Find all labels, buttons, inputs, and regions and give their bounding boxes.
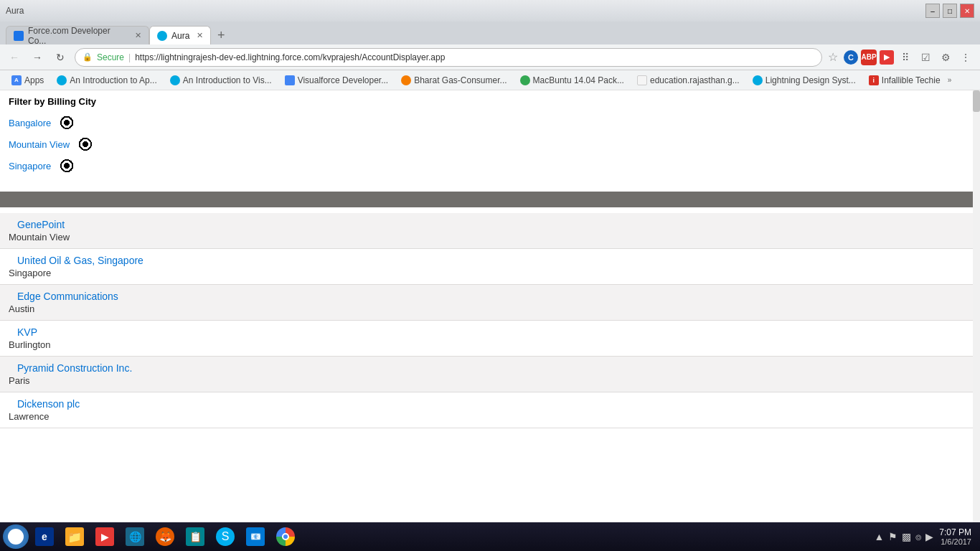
bookmark-bharat[interactable]: Bharat Gas-Consumer... <box>395 74 512 87</box>
url-bar[interactable]: 🔒 Secure | https://lightningrajesh-dev-e… <box>75 48 822 67</box>
tray-clock[interactable]: 7:07 PM 1/6/2017 <box>939 527 971 546</box>
taskbar: e 📁 ▶ 🌐 🦊 📋 S 📧 ▲ ⚑ ▩ ⌾ ▶ 7:07 P <box>0 522 980 551</box>
checkbox-button[interactable]: ☑ <box>917 49 934 66</box>
bookmarks-more-icon[interactable]: » <box>948 76 952 84</box>
account-item-kvp[interactable]: KVP Burlington <box>0 321 980 357</box>
taskbar-app-files[interactable]: 📋 <box>181 524 209 549</box>
lightning-favicon <box>753 75 763 85</box>
tab-aura[interactable]: Aura ✕ <box>149 26 211 44</box>
taskbar-app-media[interactable]: ▶ <box>90 524 119 549</box>
tray-volume-icon[interactable]: ▶ <box>925 531 933 542</box>
extension2-button[interactable]: ▶ <box>880 50 894 65</box>
minimize-button[interactable]: – <box>925 4 940 18</box>
scrollbar-thumb[interactable] <box>973 90 980 112</box>
account-item-edge[interactable]: Edge Communications Austin <box>0 285 980 321</box>
menu-button[interactable]: ⋮ <box>957 49 974 66</box>
tray-icons: ▲ ⚑ ▩ ⌾ ▶ <box>874 531 933 542</box>
window-controls: – □ ✕ <box>925 4 974 18</box>
infallible-label: Infallible Techie <box>882 75 941 85</box>
bookmarks-bar: A Apps An Introduction to Ap... An Intro… <box>0 70 980 90</box>
taskbar-app-chrome[interactable] <box>271 524 300 549</box>
address-bar: ← → ↻ 🔒 Secure | https://lightningrajesh… <box>0 44 980 70</box>
intro2-label: An Introduction to Vis... <box>183 75 272 85</box>
tab-label-forcecom: Force.com Developer Co... <box>28 26 128 46</box>
start-logo <box>8 529 24 545</box>
filter-item-singapore: Singapore <box>9 159 971 173</box>
account-name-kvp[interactable]: KVP <box>17 326 971 338</box>
taskbar-app-folder[interactable]: 📁 <box>60 524 89 549</box>
secure-label: Secure <box>97 52 124 62</box>
account-name-dickenson[interactable]: Dickenson plc <box>17 398 971 410</box>
apps-button[interactable]: ⠿ <box>897 49 914 66</box>
tab-bar: Force.com Developer Co... ✕ Aura ✕ + <box>0 22 980 44</box>
media-icon: ▶ <box>95 527 114 546</box>
start-button[interactable] <box>3 524 29 549</box>
devtools-button[interactable]: ⚙ <box>937 49 954 66</box>
maximize-button[interactable]: □ <box>943 4 957 18</box>
macbuntu-label: MacBuntu 14.04 Pack... <box>533 75 624 85</box>
account-name-unitedoil[interactable]: United Oil & Gas, Singapore <box>17 255 971 266</box>
filter-item-bangalore: Bangalore <box>9 116 971 130</box>
bookmark-intro2[interactable]: An Introduction to Vis... <box>164 74 278 87</box>
filter-singapore-link[interactable]: Singapore <box>9 161 51 171</box>
tray-network-icon[interactable]: ⌾ <box>915 531 921 542</box>
new-tab-button[interactable]: + <box>211 26 231 44</box>
account-city-pyramid: Paris <box>9 375 971 386</box>
title-bar-left: Aura <box>6 6 24 16</box>
filter-mountainview-radio[interactable] <box>78 137 93 151</box>
forward-button[interactable]: → <box>29 49 46 66</box>
taskbar-app-network[interactable]: 🌐 <box>121 524 149 549</box>
account-city-genepoint: Mountain View <box>9 232 971 242</box>
taskbar-app-firefox[interactable]: 🦊 <box>151 524 179 549</box>
filter-singapore-radio[interactable] <box>60 159 74 173</box>
bookmark-star-icon[interactable]: ☆ <box>828 50 838 64</box>
account-item-dickenson[interactable]: Dickenson plc Lawrence <box>0 392 980 428</box>
tab-label-aura: Aura <box>171 31 189 41</box>
scrollbar-track[interactable] <box>973 90 980 522</box>
title-bar: Aura – □ ✕ <box>0 0 980 22</box>
tray-up-icon[interactable]: ▲ <box>874 531 884 542</box>
taskbar-app-ie[interactable]: e <box>30 524 59 549</box>
tab-close-aura[interactable]: ✕ <box>197 31 203 40</box>
taskbar-tray: ▲ ⚑ ▩ ⌾ ▶ 7:07 PM 1/6/2017 <box>868 527 977 546</box>
tab-forcecom[interactable]: Force.com Developer Co... ✕ <box>6 26 149 44</box>
filter-mountainview-link[interactable]: Mountain View <box>9 139 70 150</box>
filter-bangalore-radio[interactable] <box>60 116 74 130</box>
taskbar-app-skype[interactable]: S <box>211 524 240 549</box>
outlook-icon: 📧 <box>246 527 265 546</box>
bookmark-infallible[interactable]: i Infallible Techie <box>863 74 946 87</box>
close-button[interactable]: ✕ <box>960 4 974 18</box>
filter-section: Filter by Billing City Bangalore Mountai… <box>0 90 980 186</box>
bookmark-education[interactable]: education.rajasthan.g... <box>631 74 745 87</box>
tab-favicon-aura <box>157 31 167 41</box>
bookmark-lightning[interactable]: Lightning Design Syst... <box>747 74 862 87</box>
back-button[interactable]: ← <box>6 49 23 66</box>
adblock-button[interactable]: ABP <box>861 50 877 65</box>
bookmark-macbuntu[interactable]: MacBuntu 14.04 Pack... <box>514 74 630 87</box>
account-item-unitedoil[interactable]: United Oil & Gas, Singapore Singapore <box>0 249 980 285</box>
secure-icon: 🔒 <box>83 52 93 62</box>
account-name-pyramid[interactable]: Pyramid Construction Inc. <box>17 362 971 374</box>
bookmark-apps[interactable]: A Apps <box>6 74 50 87</box>
tab-close-forcecom[interactable]: ✕ <box>135 31 141 40</box>
extensions-button[interactable]: C <box>844 50 858 65</box>
tray-display-icon[interactable]: ▩ <box>902 531 911 542</box>
tray-time-display: 7:07 PM <box>939 527 971 537</box>
taskbar-app-outlook[interactable]: 📧 <box>241 524 270 549</box>
filter-bangalore-link[interactable]: Bangalore <box>9 118 51 128</box>
tray-flag-icon[interactable]: ⚑ <box>888 531 897 542</box>
browser-chrome: Aura – □ ✕ Force.com Developer Co... ✕ A… <box>0 0 980 90</box>
account-city-edge: Austin <box>9 303 971 314</box>
account-name-genepoint[interactable]: GenePoint <box>17 219 971 230</box>
account-item-pyramid[interactable]: Pyramid Construction Inc. Paris <box>0 357 980 392</box>
account-item-genepoint[interactable]: GenePoint Mountain View <box>0 213 980 249</box>
browser-actions: C ABP ▶ ⠿ ☑ ⚙ ⋮ <box>844 49 974 66</box>
filter-title: Filter by Billing City <box>9 96 971 107</box>
reload-button[interactable]: ↻ <box>52 49 69 66</box>
education-favicon <box>637 75 647 85</box>
bookmark-visualforce[interactable]: Visualforce Developer... <box>279 74 395 87</box>
intro1-favicon <box>57 75 67 85</box>
account-name-edge[interactable]: Edge Communications <box>17 291 971 302</box>
bharat-label: Bharat Gas-Consumer... <box>414 75 507 85</box>
bookmark-intro1[interactable]: An Introduction to Ap... <box>51 74 162 87</box>
